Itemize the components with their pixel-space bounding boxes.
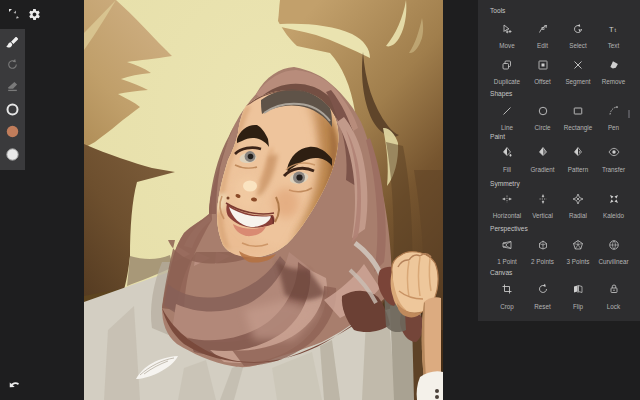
svg-text:T: T (609, 25, 614, 34)
svg-text:t: t (614, 27, 616, 33)
